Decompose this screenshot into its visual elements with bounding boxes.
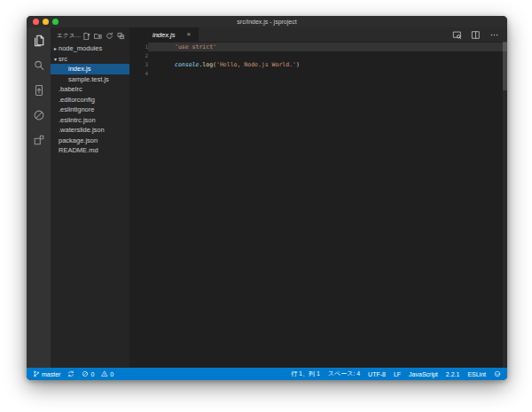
tree-item-label: README.md: [59, 146, 98, 154]
status-cursor-position[interactable]: 行 1、列 1: [291, 369, 320, 378]
status-warnings-label: 0: [110, 371, 113, 377]
tree-item-label: package.json: [59, 136, 98, 144]
workbench: エクス... ▸node_modules▾srcindex.jssample.t…: [27, 27, 507, 368]
status-encoding-label: UTF-8: [368, 371, 386, 377]
source-control-icon: [33, 84, 45, 100]
debug-icon: [33, 109, 45, 125]
tree-item-package-json[interactable]: package.json: [51, 136, 129, 146]
code-token: 'Hello, Node.js World.': [216, 61, 296, 68]
desktop-background: src/index.js - jsproject エクス... ▸node_mo…: [0, 0, 532, 412]
status-encoding[interactable]: UTF-8: [368, 371, 386, 377]
split-editor-icon[interactable]: [471, 30, 481, 40]
code-line: 2: [129, 51, 507, 60]
code-editor[interactable]: 1'use strict'23console.log('Hello, Node.…: [129, 42, 507, 368]
sidebar-actions: [82, 27, 125, 43]
chevron-down-icon: ▾: [52, 56, 59, 62]
status-language-mode-label: JavaScript: [409, 371, 438, 377]
zoom-window-button[interactable]: [52, 19, 59, 25]
tree-item-label: .eslintrc.json: [59, 116, 96, 124]
new-file-button[interactable]: [82, 27, 90, 43]
refresh-icon: [106, 27, 113, 43]
collapse-all-button[interactable]: [117, 27, 125, 43]
explorer-icon: [33, 35, 45, 51]
tree-item-sample-test-js[interactable]: sample.test.js: [51, 74, 129, 85]
line-number: 4: [129, 69, 148, 78]
status-indentation-label: スペース: 4: [328, 369, 360, 378]
tree-item--editorconfig[interactable]: .editorconfig: [51, 95, 129, 105]
line-number: 1: [129, 43, 148, 51]
tree-item--babelrc[interactable]: .babelrc: [51, 84, 129, 95]
sidebar-title: エクス...: [57, 32, 82, 40]
search-icon: [33, 59, 45, 75]
tree-item-label: index.js: [68, 65, 90, 73]
tree-item--eslintignore[interactable]: .eslintignore: [51, 105, 129, 115]
explorer-view-button[interactable]: [27, 30, 51, 55]
tree-item--eslintrc-json[interactable]: .eslintrc.json: [51, 115, 129, 126]
collapse-all-icon: [117, 27, 125, 43]
status-errors-label: 0: [90, 371, 94, 377]
extensions-view-button[interactable]: [27, 129, 51, 154]
status-eol[interactable]: LF: [394, 371, 401, 377]
tree-item-label: .babelrc: [59, 85, 82, 93]
source-control-view-button[interactable]: [27, 80, 51, 105]
file-tree: ▸node_modules▾srcindex.jssample.test.js.…: [51, 43, 129, 368]
status-eol-label: LF: [394, 371, 401, 377]
status-errors[interactable]: 0: [82, 370, 94, 378]
status-sync[interactable]: [67, 370, 74, 378]
status-bar-right: 行 1、列 1スペース: 4UTF-8LFJavaScript2.2.1ESLi…: [291, 369, 501, 378]
editor-scrollbar[interactable]: [503, 42, 507, 368]
status-extension-version[interactable]: 2.2.1: [446, 371, 460, 377]
tree-item--waterslide-json[interactable]: .waterslide.json: [51, 125, 129, 136]
open-preview-icon[interactable]: [452, 30, 462, 40]
sync-icon: [67, 370, 74, 378]
tree-item-label: sample.test.js: [68, 75, 109, 83]
vscode-window: src/index.js - jsproject エクス... ▸node_mo…: [27, 16, 507, 380]
activity-bar: [27, 27, 51, 368]
error-icon: [82, 370, 89, 378]
new-folder-button[interactable]: [94, 27, 102, 43]
status-language-mode[interactable]: JavaScript: [409, 371, 438, 377]
editor-group: index.js × 1'use strict'23console.log('H…: [129, 27, 507, 368]
close-window-button[interactable]: [33, 19, 39, 25]
tab-close-icon[interactable]: ×: [186, 31, 191, 38]
status-warnings[interactable]: 0: [101, 370, 113, 378]
status-indentation[interactable]: スペース: 4: [328, 369, 360, 378]
more-actions-icon[interactable]: [489, 30, 499, 40]
tree-item-node-modules[interactable]: ▸node_modules: [51, 43, 129, 54]
git-branch-icon: [33, 370, 40, 378]
search-view-button[interactable]: [27, 55, 51, 80]
tree-item-README-md[interactable]: README.md: [51, 145, 129, 156]
status-eslint-status-label: ESLint: [467, 371, 486, 377]
code-token: 'use strict': [175, 43, 216, 51]
line-number: 2: [129, 51, 148, 60]
code-line: 3console.log('Hello, Node.js World.'): [129, 60, 507, 69]
line-content: 'use strict': [148, 43, 507, 51]
titlebar[interactable]: src/index.js - jsproject: [27, 16, 507, 27]
smiley-icon: [494, 370, 501, 378]
chevron-right-icon: ▸: [52, 45, 59, 51]
debug-view-button[interactable]: [27, 105, 51, 129]
scrollbar-thumb[interactable]: [503, 42, 507, 90]
status-git-branch[interactable]: master: [33, 370, 60, 378]
editor-actions: [452, 27, 507, 42]
refresh-button[interactable]: [106, 27, 113, 43]
status-eslint-status[interactable]: ESLint: [467, 371, 486, 377]
explorer-sidebar: エクス... ▸node_modules▾srcindex.jssample.t…: [51, 27, 129, 368]
line-number: 3: [129, 60, 148, 69]
tree-item-src[interactable]: ▾src: [51, 54, 129, 65]
code-line: 1'use strict': [129, 43, 507, 51]
code-token: log: [202, 61, 213, 68]
status-git-branch-label: master: [42, 371, 60, 377]
window-title: src/index.js - jsproject: [237, 19, 296, 25]
tree-item-label: src: [59, 55, 67, 63]
status-feedback[interactable]: [494, 370, 501, 378]
tree-item-label: node_modules: [59, 44, 102, 52]
tree-item-index-js[interactable]: index.js: [51, 64, 129, 74]
status-bar: master00 行 1、列 1スペース: 4UTF-8LFJavaScript…: [27, 368, 507, 380]
warning-icon: [101, 370, 108, 378]
traffic-lights: [33, 16, 59, 27]
new-folder-icon: [94, 27, 102, 43]
minimize-window-button[interactable]: [43, 19, 49, 25]
tab-index-js[interactable]: index.js ×: [129, 27, 199, 42]
status-cursor-position-label: 行 1、列 1: [291, 369, 320, 378]
